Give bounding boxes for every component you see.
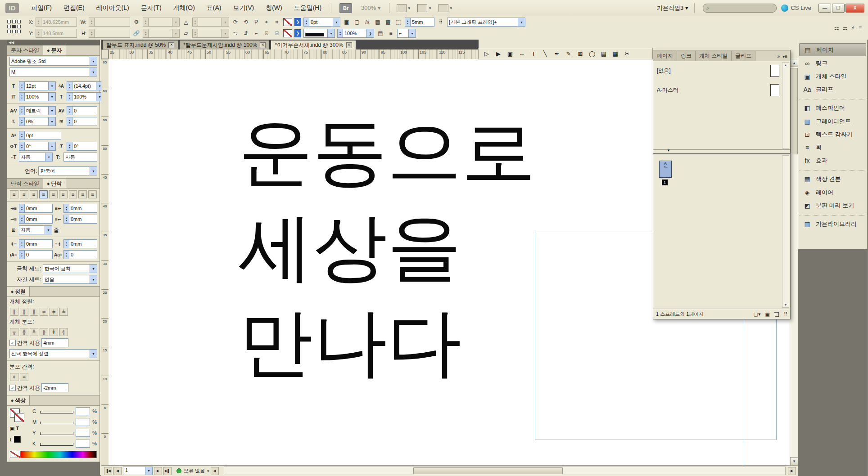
pages-panel-tab[interactable]: 페이지	[653, 51, 677, 61]
sidebar-panel-item[interactable]: Aa 글리프	[799, 83, 866, 95]
align-to-dropdown[interactable]: 선택 항목에 정렬▾	[9, 349, 97, 358]
document-tab[interactable]: 탈무드 표지.indd @ 50% ✕	[102, 40, 178, 49]
grid-chars-field[interactable]: ▴▾0	[67, 117, 97, 126]
align-left-button[interactable]: ≣	[10, 190, 18, 198]
resize-grip-icon[interactable]: ⠿	[784, 311, 787, 317]
cs-live-button[interactable]: CS Live	[781, 4, 811, 12]
master-page-row[interactable]: [없음]	[653, 61, 790, 81]
story-text[interactable]: 운동으로세상을만나다	[239, 104, 536, 390]
gap-tool-icon[interactable]: ↔	[516, 49, 527, 58]
sidebar-panel-item[interactable]: ≡ 획	[799, 141, 866, 153]
align-v-centers-button[interactable]: ╪	[50, 308, 58, 316]
sidebar-panel-item[interactable]: ▤ 페이지	[799, 43, 866, 56]
sidebar-panel-item[interactable]: ◧ 패스파인더	[799, 99, 866, 114]
left-indent-field[interactable]: ▴▾0mm	[19, 204, 53, 213]
horizontal-scale-field[interactable]: ▴▾100%▾	[67, 92, 104, 101]
last-page-button[interactable]: ▶▌	[163, 467, 172, 475]
scroll-left-arrow[interactable]: ◀	[211, 467, 219, 475]
tab-close-icon[interactable]: ✕	[168, 42, 174, 48]
select-content-icon[interactable]: ⌗	[273, 19, 281, 25]
channel-slider[interactable]	[40, 420, 73, 424]
select-container-icon[interactable]: ⌖	[262, 19, 271, 25]
justify-right-button[interactable]: ≣	[59, 190, 68, 198]
flip-icon[interactable]: P	[252, 19, 260, 25]
align-left-edges-button[interactable]: ╟	[10, 308, 18, 316]
master-page-row[interactable]: A-마스터	[653, 81, 790, 100]
tab-character[interactable]: 문자	[43, 45, 66, 55]
channel-value-field[interactable]	[76, 407, 90, 415]
sidebar-panel-item[interactable]: ▦ 색상 견본	[799, 170, 866, 185]
flip-vertical-icon[interactable]: ⇵	[242, 30, 250, 36]
tab-color[interactable]: 색상	[7, 395, 30, 405]
minimize-button[interactable]: —	[818, 4, 831, 13]
formatting-text-icon[interactable]: T	[16, 426, 19, 431]
stroke-color-swatch[interactable]	[283, 18, 292, 26]
search-input[interactable]: ⌕	[703, 4, 777, 13]
tab-character-styles[interactable]: 문자 스타일	[7, 45, 43, 55]
opacity-field[interactable]: ▴▾100%❯	[337, 29, 374, 38]
wrap-bounding-icon[interactable]: ▩	[384, 19, 392, 25]
space-after-field[interactable]: ▴▾0mm	[63, 239, 97, 248]
last-color-icon[interactable]: t.	[10, 437, 13, 442]
preflight-status[interactable]: 오류 없음 ▾	[176, 467, 209, 474]
close-button[interactable]: X	[845, 4, 864, 13]
horizontal-scroll-thumb[interactable]	[413, 467, 563, 474]
menu-item[interactable]: 문자(T)	[135, 4, 167, 12]
link-icon[interactable]: 🔗	[132, 30, 140, 36]
use-spacing-checkbox-2[interactable]: ✓	[9, 385, 16, 391]
document-tab[interactable]: *이거무슨서체.indd @ 300% ✕	[271, 40, 356, 49]
none-swatch[interactable]	[10, 451, 21, 458]
justify-all-button[interactable]: ≣	[69, 190, 77, 198]
channel-value-field[interactable]	[76, 418, 90, 426]
vertical-scroll-thumb[interactable]	[791, 68, 798, 154]
menu-item[interactable]: 보기(V)	[227, 4, 260, 12]
scroll-right-arrow[interactable]: ▶	[788, 467, 796, 475]
vertical-grid-tool-icon[interactable]: ▦	[610, 49, 621, 58]
pages-panel-tab[interactable]: 링크	[677, 51, 696, 61]
embed-icon[interactable]: ⌐	[252, 30, 260, 36]
view-options-dropdown[interactable]: ▾	[397, 4, 411, 12]
scale-x-field[interactable]: ▴▾▾	[143, 18, 180, 27]
wrap-none-icon[interactable]: ▤	[374, 19, 382, 25]
distribute-bottom-button[interactable]: ╩	[30, 328, 38, 336]
sidebar-panel-item[interactable]: ▥ 가은라이브러리	[799, 215, 866, 230]
corner-radius-field[interactable]: ▴▾5mm	[405, 18, 434, 27]
tab-close-icon[interactable]: ✕	[346, 42, 352, 48]
skew-field[interactable]: ▴▾0°	[67, 142, 97, 151]
color-ramp[interactable]	[10, 451, 97, 458]
fill-stroke-indicator[interactable]	[10, 409, 25, 422]
workspace-switcher[interactable]: 가은작업3 ▾	[657, 4, 688, 12]
tab-paragraph-styles[interactable]: 단락 스타일	[7, 179, 43, 189]
rotation-angle-field[interactable]: ▴▾▾	[192, 18, 229, 27]
drop-shadow-icon[interactable]: ▣	[343, 19, 351, 25]
sidebar-panel-item[interactable]: ∞ 링크	[799, 57, 866, 69]
sidebar-panel-item[interactable]: fx 효과	[799, 154, 866, 166]
scroll-down-arrow[interactable]: ▼	[790, 457, 798, 465]
vertical-scale-field[interactable]: ▴▾100%▾	[19, 92, 56, 101]
flip-horizontal-icon[interactable]: ⇋	[231, 30, 240, 36]
selection-tool-icon[interactable]: ▷	[481, 49, 492, 58]
align-right-button[interactable]: ≣	[30, 190, 38, 198]
stroke-weight-field[interactable]: ▴▾0pt▾	[303, 18, 340, 27]
formatting-container-icon[interactable]: ▣	[10, 426, 14, 431]
dropcap-chars-field[interactable]: ▴▾0	[63, 250, 97, 259]
dock-icon-a[interactable]: ⚏	[834, 25, 839, 31]
panel-menu-icon[interactable]: ▾≡	[782, 54, 787, 59]
direct-selection-tool-icon[interactable]: ▶	[493, 49, 504, 58]
previous-page-button[interactable]: ◀	[113, 467, 122, 475]
arrange-documents-dropdown[interactable]: ▾	[439, 4, 452, 12]
panel-menu-icon[interactable]: ≡	[859, 25, 862, 31]
first-line-indent-field[interactable]: ▴▾0mm	[19, 215, 53, 224]
fill-color-swatch[interactable]	[283, 29, 292, 37]
height-field[interactable]: ▴▾	[89, 29, 130, 38]
pages-panel-tab[interactable]: 글리프	[732, 51, 755, 61]
vertical-ruler[interactable]: 65605550454035302520151050	[101, 59, 109, 465]
justify-left-button[interactable]: ≣	[39, 190, 48, 198]
spacing-value-field-2[interactable]: -2mm	[41, 383, 68, 392]
tab-paragraph[interactable]: 단락	[43, 179, 66, 189]
horizontal-grid-tool-icon[interactable]: ▤	[598, 49, 609, 58]
dock-icon-b[interactable]: ⚎	[843, 25, 848, 31]
warichu-dropdown[interactable]: 자동	[63, 153, 97, 162]
sidebar-panel-item[interactable]: ◩ 분판 미리 보기	[799, 199, 866, 211]
rectangle-frame-tool-icon[interactable]: ⊠	[575, 49, 586, 58]
